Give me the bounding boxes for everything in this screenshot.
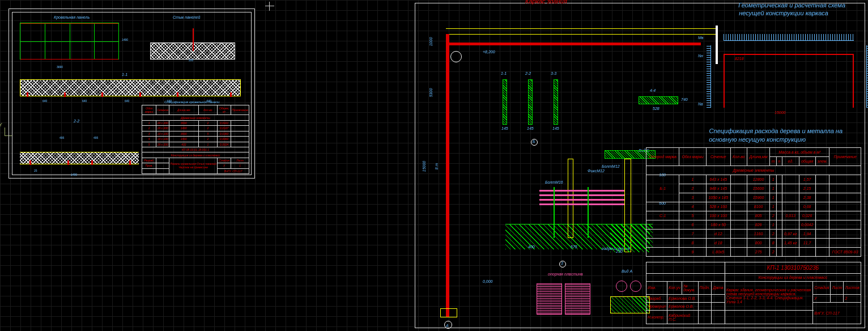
cs4-dim2: 740 <box>681 97 688 101</box>
nodeB-column <box>568 159 573 238</box>
span: 15000 <box>775 111 785 114</box>
cs4-dim: 528 <box>653 107 659 111</box>
panel-title: Кровельная панель <box>54 15 90 19</box>
dim-640c: 640 <box>125 99 129 103</box>
sec11-label: 1-1 <box>122 73 127 77</box>
column-left <box>446 34 449 317</box>
sec11-hatch <box>20 79 241 96</box>
schema-load-top <box>724 34 854 41</box>
cross-sec-3-3[interactable]: 3-3 145 <box>554 79 558 127</box>
foundation-base <box>440 308 457 317</box>
sheet-1-layout[interactable]: Кровельная панель Стык панелей 3690 1490… <box>8 9 255 179</box>
schema-title-1: Геометрическая и расчетная схема <box>738 2 845 9</box>
dim-8t: 8 т <box>435 163 439 170</box>
dim-1000: 1000 <box>429 37 433 46</box>
spec2-grid: Отпрод марка Обоз марки Сечение Кол-во Д… <box>646 147 861 257</box>
cs2-label: 2-2 <box>525 71 531 75</box>
roof-panel-plan[interactable] <box>20 23 119 60</box>
dim-495a: 495 <box>59 136 64 139</box>
spec1-grid: Обоз маркиСечениеДлина,ммКол-воОбъем, м³… <box>142 105 249 174</box>
dim-5300: 5300 <box>429 88 433 97</box>
spec-table-2[interactable]: Отпрод марка Обоз марки Сечение Кол-во Д… <box>646 147 861 257</box>
sec22-label: 2-2 <box>74 119 79 123</box>
fixM12-label: ФиксМ12 <box>588 169 605 173</box>
boltM12-label: БолтМ12 <box>602 164 620 168</box>
nodeA-block2 <box>565 283 590 315</box>
cs3-label: 3-3 <box>551 71 556 75</box>
cross-sec-4-4[interactable]: 4-4 528 740 <box>639 96 678 107</box>
cross-sec-2-2[interactable]: 2-2 145 <box>528 79 533 127</box>
frame-building-title: Каркас здания <box>525 0 567 5</box>
title-block[interactable]: КП-1 130310750236 Конструкции из дерева … <box>646 262 861 324</box>
spec2-title1: Спецификация расхода дерева и металла на <box>709 128 843 134</box>
section-1-1[interactable] <box>20 79 241 96</box>
schema-beam <box>724 54 854 55</box>
boltM16-label: БолтМ16 <box>545 180 563 184</box>
hcol: 8218 <box>735 57 744 61</box>
spec2-title2: основную несущую конструкцию <box>709 136 806 143</box>
crosshair-cursor <box>265 2 274 11</box>
structural-schema[interactable]: Mв Nн Nв Mв Mн 8218 15000 <box>718 20 860 116</box>
nodeB-400: 400 <box>528 245 535 249</box>
node-circle-B <box>450 51 462 62</box>
dim-495b: 495 <box>93 136 98 139</box>
dim-3690: 3690 <box>57 65 63 69</box>
schema-load-left <box>707 45 711 108</box>
cs3-dim: 145 <box>552 126 559 130</box>
axis-A-label: А <box>446 324 449 328</box>
Nn-label: Nн <box>698 54 703 58</box>
dim-1490b: 1490 <box>71 173 77 176</box>
elev-0: 0,000 <box>483 279 493 283</box>
node-A-detail[interactable]: опорная пластина <box>537 272 650 331</box>
nodeB-bolt1 <box>554 187 555 238</box>
Ns-label: Nв <box>698 102 703 106</box>
spec1-title: Спецификация кровельной панели <box>164 100 220 104</box>
nodeV-found <box>610 224 650 252</box>
node-B-label: Б <box>533 139 535 143</box>
dim-200: 200 <box>189 58 193 62</box>
dim-15000: 15000 <box>422 161 426 172</box>
schema-col-L <box>724 54 725 108</box>
spec-table-1[interactable]: Спецификация кровельной панели Обоз марк… <box>142 105 249 174</box>
joint-detail[interactable]: 200 <box>150 31 235 60</box>
nodeA-caption: опорная пластина <box>548 272 583 276</box>
dim-1490: 1490 <box>122 38 128 41</box>
dim-640b: 640 <box>82 99 87 103</box>
roof-line <box>446 34 718 35</box>
titleblk-grid: КП-1 130310750236 Конструкции из дерева … <box>646 262 861 324</box>
nodeA-side-view <box>610 275 650 320</box>
cs2-dim: 145 <box>527 126 534 130</box>
nodeA-block1 <box>537 283 562 315</box>
section-2-2[interactable] <box>20 142 139 167</box>
sec22-hatch <box>20 152 139 164</box>
cross-sec-1-1[interactable]: 1-1 145 <box>503 79 507 127</box>
nodeB-575: 575 <box>571 245 577 249</box>
schema-col-R <box>853 54 854 108</box>
ucs-y-label: Y <box>0 122 2 128</box>
sheet-2-layout[interactable]: Каркас здания Геометрическая и расчетная… <box>412 0 868 331</box>
dim-25a: 25 <box>34 169 37 172</box>
dim-640a: 640 <box>42 99 47 103</box>
cs4-label: 4-4 <box>650 88 656 92</box>
beam-horizontal <box>446 43 701 45</box>
cs1-dim: 145 <box>501 126 508 130</box>
roof-line-upper <box>446 28 718 29</box>
elev-8200: +8,200 <box>483 50 495 54</box>
joint-seam <box>193 28 194 51</box>
node-3-label: 3 <box>561 261 563 265</box>
schema-title-2: несущей конструкции каркаса <box>739 10 828 16</box>
nodeV-230: 230 <box>616 249 623 253</box>
cs1-label: 1-1 <box>501 71 507 75</box>
stik-title: Стык панелей <box>173 15 200 19</box>
nodeB-bolt2 <box>588 187 589 238</box>
Ms-label: Mв <box>698 36 704 40</box>
